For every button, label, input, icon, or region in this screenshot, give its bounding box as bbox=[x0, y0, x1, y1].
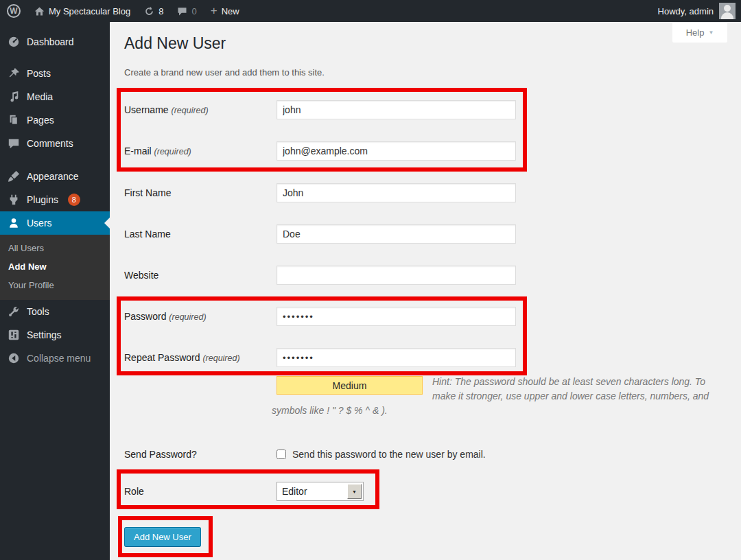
sidebar-item-users[interactable]: Users bbox=[0, 211, 110, 235]
help-button[interactable]: Help ▼ bbox=[672, 22, 727, 43]
sidebar-item-collapse-menu[interactable]: Collapse menu bbox=[0, 347, 110, 370]
last-name-label: Last Name bbox=[124, 229, 277, 240]
sidebar-item-label: Posts bbox=[27, 68, 51, 79]
sidebar-item-pages[interactable]: Pages bbox=[0, 108, 110, 132]
username-input[interactable] bbox=[277, 100, 516, 119]
avatar[interactable] bbox=[719, 3, 736, 19]
main-content: Help ▼ Add New User Create a brand new u… bbox=[110, 22, 741, 560]
plus-icon: + bbox=[211, 5, 217, 16]
site-name-label: My Spectacular Blog bbox=[49, 6, 130, 16]
password-input[interactable] bbox=[277, 307, 516, 326]
update-count: 8 bbox=[158, 6, 163, 16]
toolbar-updates[interactable]: 8 bbox=[137, 0, 170, 22]
sidebar-item-label: Dashboard bbox=[27, 36, 74, 47]
submenu-item-your-profile[interactable]: Your Profile bbox=[0, 276, 110, 294]
comment-count: 0 bbox=[191, 6, 196, 16]
admin-sidebar: Dashboard Posts Media Pages Comments App… bbox=[0, 22, 110, 560]
repeat-password-label: Repeat Password (required) bbox=[124, 352, 277, 363]
plugins-update-badge: 8 bbox=[68, 194, 80, 206]
website-label: Website bbox=[124, 270, 277, 281]
email-label: E-mail (required) bbox=[124, 145, 277, 156]
last-name-input[interactable] bbox=[277, 224, 516, 244]
form-row-role: Role Editor ▼ bbox=[124, 482, 364, 501]
submenu-item-all-users[interactable]: All Users bbox=[0, 239, 110, 257]
sidebar-item-label: Appearance bbox=[27, 171, 79, 182]
form-row-username: Username (required) bbox=[124, 100, 516, 119]
toolbar-new[interactable]: + New bbox=[204, 0, 246, 22]
sidebar-item-media[interactable]: Media bbox=[0, 85, 110, 108]
username-label: Username (required) bbox=[124, 104, 277, 115]
sidebar-item-label: Media bbox=[27, 91, 53, 102]
collapse-arrow-icon bbox=[7, 352, 20, 365]
role-select-value: Editor bbox=[277, 486, 347, 497]
wordpress-logo-icon: W bbox=[7, 4, 21, 18]
sidebar-item-tools[interactable]: Tools bbox=[0, 300, 110, 323]
sidebar-item-settings[interactable]: Settings bbox=[0, 323, 110, 347]
comment-bubble-icon bbox=[177, 6, 187, 16]
form-row-last-name: Last Name bbox=[124, 224, 516, 244]
howdy-admin-menu[interactable]: Howdy, admin bbox=[658, 6, 714, 16]
page-description: Create a brand new user and add them to … bbox=[124, 67, 325, 78]
password-strength-section: Medium Hint: The password should be at l… bbox=[272, 375, 712, 418]
chevron-down-icon: ▼ bbox=[708, 30, 714, 36]
role-label: Role bbox=[124, 486, 277, 497]
plug-icon bbox=[7, 194, 20, 207]
first-name-label: First Name bbox=[124, 187, 277, 198]
help-label: Help bbox=[686, 27, 705, 38]
sidebar-item-label: Comments bbox=[27, 138, 73, 149]
pages-icon bbox=[7, 114, 20, 127]
password-strength-meter: Medium bbox=[277, 376, 423, 395]
sidebar-item-posts[interactable]: Posts bbox=[0, 62, 110, 85]
form-row-website: Website bbox=[124, 266, 516, 285]
dropdown-arrow-icon: ▼ bbox=[347, 484, 362, 499]
form-row-email: E-mail (required) bbox=[124, 141, 516, 161]
wordpress-logo-menu[interactable]: W bbox=[0, 0, 27, 22]
updates-icon bbox=[144, 6, 154, 16]
submenu-item-label: Add New bbox=[8, 261, 47, 272]
sidebar-item-label: Collapse menu bbox=[27, 353, 91, 364]
form-row-first-name: First Name bbox=[124, 183, 516, 202]
home-icon bbox=[34, 6, 45, 16]
send-password-label: Send Password? bbox=[124, 449, 277, 460]
new-label: New bbox=[222, 6, 239, 16]
repeat-password-input[interactable] bbox=[277, 348, 516, 367]
sliders-icon bbox=[7, 329, 20, 342]
sidebar-item-label: Plugins bbox=[27, 194, 58, 205]
music-note-icon bbox=[7, 91, 20, 104]
sidebar-item-dashboard[interactable]: Dashboard bbox=[0, 30, 110, 54]
submenu-item-label: Your Profile bbox=[8, 280, 54, 290]
add-new-user-button[interactable]: Add New User bbox=[124, 527, 201, 547]
wrench-icon bbox=[7, 305, 20, 318]
form-row-password: Password (required) bbox=[124, 307, 516, 326]
sidebar-item-appearance[interactable]: Appearance bbox=[0, 165, 110, 188]
comment-bubble-icon bbox=[7, 137, 20, 150]
page-title: Add New User bbox=[124, 34, 226, 53]
pin-icon bbox=[7, 67, 20, 80]
admin-bar: W My Spectacular Blog 8 0 + New Howdy, a… bbox=[0, 0, 741, 22]
role-select[interactable]: Editor ▼ bbox=[277, 482, 364, 501]
password-label: Password (required) bbox=[124, 311, 277, 322]
user-icon bbox=[7, 217, 20, 230]
sidebar-item-label: Pages bbox=[27, 115, 54, 126]
users-submenu: All Users Add New Your Profile bbox=[0, 235, 110, 300]
sidebar-item-label: Tools bbox=[27, 306, 49, 317]
sidebar-item-plugins[interactable]: Plugins 8 bbox=[0, 188, 110, 211]
paintbrush-icon bbox=[7, 170, 20, 183]
toolbar-comments[interactable]: 0 bbox=[170, 0, 203, 22]
toolbar-site-name[interactable]: My Spectacular Blog bbox=[27, 0, 137, 22]
sidebar-item-comments[interactable]: Comments bbox=[0, 132, 110, 155]
send-password-checkbox[interactable] bbox=[277, 450, 286, 459]
submenu-item-add-new[interactable]: Add New bbox=[0, 257, 110, 276]
sidebar-item-label: Users bbox=[27, 218, 52, 229]
form-row-send-password: Send Password? Send this password to the… bbox=[124, 445, 486, 464]
dashboard-icon bbox=[7, 36, 20, 49]
website-input[interactable] bbox=[277, 266, 516, 285]
email-field[interactable] bbox=[277, 141, 516, 161]
form-row-repeat-password: Repeat Password (required) bbox=[124, 348, 516, 367]
submenu-item-label: All Users bbox=[8, 243, 44, 253]
send-password-checkbox-label: Send this password to the new user by em… bbox=[292, 449, 486, 460]
sidebar-item-label: Settings bbox=[27, 329, 62, 340]
first-name-input[interactable] bbox=[277, 183, 516, 202]
